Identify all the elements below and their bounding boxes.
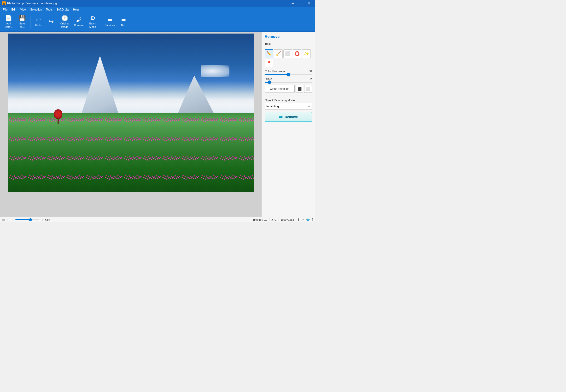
brush-tool-btn[interactable]: ✏️ <box>265 49 273 58</box>
toolbar-sep-1 <box>30 16 30 28</box>
remove-toolbar-label: Remove <box>74 24 84 27</box>
next-icon: ➡ <box>121 17 126 23</box>
remove-btn-label: Remove <box>285 115 298 119</box>
dilate-value: 2 <box>310 77 312 81</box>
dilate-slider-row: Dilate 2 <box>265 77 312 83</box>
undo-icon: ↩ <box>36 17 41 23</box>
restore-btn[interactable]: □ <box>297 1 305 6</box>
image-canvas <box>8 34 254 192</box>
menu-file[interactable]: File <box>1 7 9 12</box>
clear-selection-button[interactable]: Clear Selection <box>265 85 295 93</box>
rect-select-btn[interactable]: ⬜ <box>283 49 292 58</box>
save-as-icon: 💾 <box>19 15 26 21</box>
menu-selection[interactable]: Selection <box>28 7 44 12</box>
menu-edit[interactable]: Edit <box>9 7 18 12</box>
removing-mode-label: Object Removing Mode <box>265 99 312 102</box>
image-dimensions: 1920×1252 <box>281 218 294 221</box>
dilate-track[interactable] <box>265 82 312 83</box>
previous-button[interactable]: ⬅ Previous <box>103 14 117 30</box>
next-button[interactable]: ➡ Next <box>118 14 130 30</box>
add-files-label: AddFile(s)... <box>4 22 14 28</box>
batch-mode-icon: ⚙ <box>90 15 95 21</box>
object-removing-mode-section: Object Removing Mode Inpainting Content … <box>265 99 312 110</box>
previous-label: Previous <box>105 24 115 27</box>
color-fuzziness-header: Color Fuzziness 50 <box>265 70 312 73</box>
original-image-label: OriginalImage <box>60 22 69 28</box>
info-icon[interactable]: ℹ <box>298 218 299 222</box>
batch-mode-button[interactable]: ⚙ BatchMode <box>87 14 99 30</box>
invert-selection-icon-btn[interactable]: ⬜ <box>304 85 312 93</box>
time-label: Time (s): 0.0 <box>253 218 267 221</box>
removing-mode-select[interactable]: Inpainting Content Aware Fill Blur <box>265 103 312 110</box>
menu-softorbits[interactable]: SoftOrbits <box>54 7 71 12</box>
status-sep-1 <box>269 218 269 221</box>
color-fuzziness-slider-row: Color Fuzziness 50 <box>265 70 312 75</box>
minimize-btn[interactable]: ─ <box>289 1 297 6</box>
next-label: Next <box>121 24 127 27</box>
color-fuzziness-track[interactable] <box>265 74 312 75</box>
status-bar: ⊞ ⊟ − + 63% Time (s): 0.0 JPG 1920×1252 … <box>0 217 315 222</box>
tools-grid: ✏️ 🧹 ⬜ ⭕ ✨ 📍 <box>265 49 312 67</box>
remove-toolbar-button[interactable]: 🖌 Remove <box>72 14 86 30</box>
undo-label: Undo <box>35 24 42 27</box>
select-all-icon-btn[interactable]: ⬛ <box>296 85 303 93</box>
flower-overlay <box>8 105 254 192</box>
zoom-percent: 63% <box>45 218 50 221</box>
color-fuzziness-fill <box>265 74 288 75</box>
add-files-button[interactable]: 📄 AddFile(s)... <box>2 14 15 30</box>
window-title: Photo Stamp Remover - mountains.jpg <box>7 2 57 5</box>
batch-mode-label: BatchMode <box>89 22 96 28</box>
toolbar-sep-2 <box>101 16 101 28</box>
status-sep-2 <box>278 218 279 221</box>
zoom-actual-icon[interactable]: ⊟ <box>7 218 10 222</box>
title-bar: 📷 Photo Stamp Remover - mountains.jpg ─ … <box>0 0 315 7</box>
stamp-btn[interactable]: 📍 <box>265 59 273 67</box>
zoom-slider-thumb[interactable] <box>29 218 32 221</box>
color-fuzziness-thumb[interactable] <box>287 73 290 76</box>
zoom-slider-fill <box>15 219 30 220</box>
redo-button[interactable]: ↪ <box>45 14 57 30</box>
tools-section-label: Tools <box>265 42 312 45</box>
lasso-btn[interactable]: ⭕ <box>293 49 301 58</box>
toolbar: 📄 AddFile(s)... 💾 Saveas... ↩ Undo ↪ 🕐 O… <box>0 13 315 32</box>
clear-selection-row: Clear Selection ⬛ ⬜ <box>265 85 312 93</box>
dilate-header: Dilate 2 <box>265 77 312 81</box>
panel-title: Remove <box>265 34 312 39</box>
facebook-icon[interactable]: f <box>312 218 313 222</box>
dilate-thumb[interactable] <box>268 81 271 84</box>
original-image-button[interactable]: 🕐 OriginalImage <box>58 14 71 30</box>
zoom-out-icon[interactable]: − <box>12 218 14 222</box>
menu-help[interactable]: Help <box>71 7 81 12</box>
save-as-button[interactable]: 💾 Saveas... <box>16 14 28 30</box>
panel-divider <box>265 96 312 96</box>
zoom-slider[interactable] <box>15 219 39 220</box>
color-fuzziness-value: 50 <box>309 70 312 73</box>
remove-toolbar-icon: 🖌 <box>76 17 82 23</box>
zoom-in-icon[interactable]: + <box>41 218 43 222</box>
zoom-fit-icon[interactable]: ⊞ <box>2 218 5 222</box>
menu-bar: File Edit View Selection Tools SoftOrbit… <box>0 7 315 13</box>
magic-wand-btn[interactable]: ✨ <box>302 49 311 58</box>
red-tree-trunk <box>58 118 59 124</box>
file-format: JPG <box>271 218 276 221</box>
menu-view[interactable]: View <box>18 7 28 12</box>
status-sep-3 <box>296 218 296 221</box>
red-tree-crown <box>54 109 62 119</box>
add-files-icon: 📄 <box>5 15 12 21</box>
share-icon[interactable]: ↗ <box>301 218 304 222</box>
canvas-area[interactable] <box>0 32 261 217</box>
eraser-tool-btn[interactable]: 🧹 <box>274 49 283 58</box>
remove-btn-arrow-icon: ➡ <box>279 114 283 120</box>
app-icon: 📷 <box>2 1 6 5</box>
menu-tools[interactable]: Tools <box>44 7 54 12</box>
dilate-label: Dilate <box>265 77 272 81</box>
cloud <box>201 65 229 77</box>
save-as-label: Saveas... <box>19 22 25 28</box>
main-container: Remove Tools ✏️ 🧹 ⬜ ⭕ ✨ 📍 Color Fuzzines… <box>0 32 315 217</box>
undo-button[interactable]: ↩ Undo <box>32 14 44 30</box>
redo-icon: ↪ <box>49 19 54 25</box>
remove-button[interactable]: ➡ Remove <box>265 112 312 122</box>
close-btn[interactable]: ✕ <box>305 1 313 6</box>
color-fuzziness-label: Color Fuzziness <box>265 70 285 73</box>
twitter-icon[interactable]: 🐦 <box>306 218 310 222</box>
